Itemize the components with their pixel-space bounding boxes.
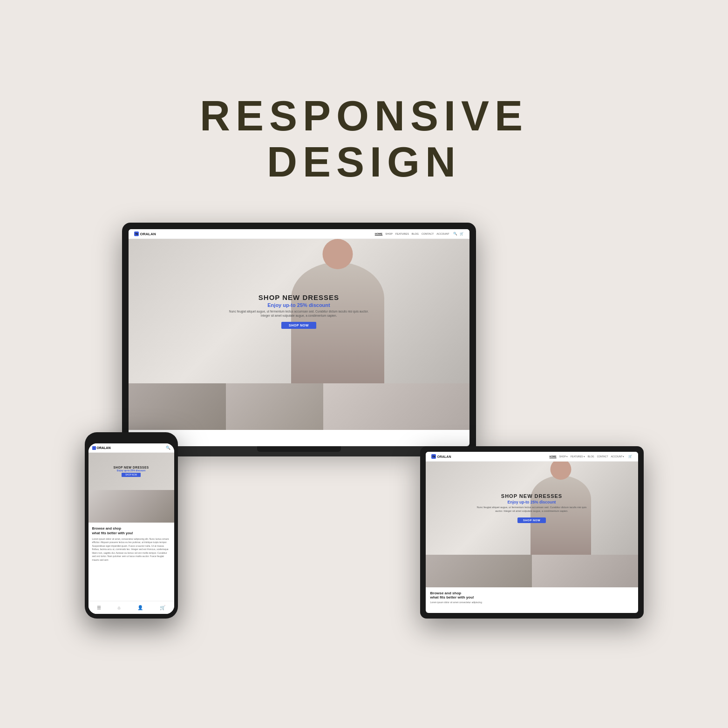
phone-menu-icon[interactable]: ☰	[97, 605, 101, 610]
tablet-text-section: Browse and shop what fits better with yo…	[426, 587, 638, 607]
hero-title: SHOP NEW DRESSES	[225, 293, 374, 301]
phone-home-icon[interactable]: ⌂	[118, 605, 121, 610]
hero-subtitle: Enjoy up-to 25% discount	[225, 302, 374, 308]
tablet-image-2	[532, 555, 638, 587]
search-icon[interactable]: 🔍	[453, 232, 457, 236]
tablet-nav-account[interactable]: ACCOUNT ▾	[611, 455, 624, 458]
nav-shop[interactable]: SHOP	[385, 232, 393, 235]
phone-cart-icon[interactable]: 🛒	[160, 605, 165, 610]
laptop-image-3	[323, 383, 469, 430]
phone-bottom-nav: ☰ ⌂ 👤 🛒	[88, 601, 174, 614]
tablet-device: ORALAN HOME SHOP ▾ FEATURES ▾ BLOG CONTA…	[420, 446, 644, 619]
devices-container: ORALAN HOME SHOP FEATURES BLOG CONTACT A…	[85, 223, 644, 619]
laptop-hero: SHOP NEW DRESSES Enjoy up-to 25% discoun…	[129, 239, 469, 383]
tablet-nav-features[interactable]: FEATURES ▾	[571, 455, 585, 458]
tablet-nav: ORALAN HOME SHOP ▾ FEATURES ▾ BLOG CONTA…	[426, 452, 638, 462]
tablet-nav-home[interactable]: HOME	[550, 455, 557, 458]
phone-image	[88, 490, 174, 523]
phone-section-title: Browse and shop what fits better with yo…	[92, 526, 170, 536]
tablet-section-title: Browse and shop what fits better with yo…	[430, 591, 633, 599]
shop-now-button[interactable]: SHOP NOW	[281, 322, 316, 329]
tablet-image-1	[426, 555, 532, 587]
laptop-image-2	[226, 383, 323, 430]
phone-content: Browse and shop what fits better with yo…	[88, 523, 174, 565]
nav-account[interactable]: ACCOUNT	[436, 232, 449, 235]
phone-profile-icon[interactable]: 👤	[137, 605, 143, 610]
nav-features[interactable]: FEATURES	[395, 232, 409, 235]
laptop-image-1	[129, 383, 226, 430]
tablet-logo: ORALAN	[431, 454, 451, 459]
tablet-section-text: Lorem ipsum dolor sit amet consectetur a…	[430, 601, 633, 604]
hero-description: Nunc feugiat aliquet augue, ut fermentum…	[225, 309, 374, 318]
tablet-shop-now-button[interactable]: SHOP NOW	[517, 517, 546, 523]
phone-search-icon[interactable]: 🔍	[166, 446, 170, 450]
phone-hero-subtitle: Enjoy up-to 25% discount	[113, 469, 149, 472]
phone-hero: SHOP NEW DRESSES Enjoy up-to 25% discoun…	[88, 453, 174, 490]
tablet-cart-icon[interactable]: 🛒	[628, 455, 633, 458]
nav-blog[interactable]: BLOG	[412, 232, 419, 235]
tablet-hero-title: SHOP NEW DRESSES	[474, 493, 590, 499]
nav-contact[interactable]: CONTACT	[422, 232, 434, 235]
cart-icon[interactable]: 🛒	[460, 232, 464, 236]
phone-nav: ORALAN 🔍	[88, 443, 174, 453]
tablet-nav-contact[interactable]: CONTACT	[597, 455, 608, 458]
laptop-nav: ORALAN HOME SHOP FEATURES BLOG CONTACT A…	[129, 229, 469, 239]
tablet-nav-shop[interactable]: SHOP ▾	[559, 455, 568, 458]
tablet-nav-blog[interactable]: BLOG	[588, 455, 594, 458]
tablet-hero-subtitle: Enjoy up-to 25% discount	[474, 500, 590, 504]
phone-hero-title: SHOP NEW DRESSES	[113, 466, 149, 469]
laptop-logo: ORALAN	[134, 231, 156, 236]
page-title: RESPONSIVE DESIGN	[200, 93, 528, 185]
nav-home[interactable]: HOME	[375, 232, 383, 235]
phone-shop-now-button[interactable]: SHOP NOW	[122, 473, 141, 477]
phone-section-text: Lorem ipsum dolor sit amet, consectetur …	[92, 537, 170, 562]
tablet-hero: SHOP NEW DRESSES Enjoy up-to 25% discoun…	[426, 462, 638, 555]
phone-device: ORALAN 🔍 SHOP NEW DRESSES Enjoy up-to 25…	[85, 432, 178, 619]
phone-logo: ORALAN	[92, 446, 111, 450]
tablet-hero-desc: Nunc feugiat aliquet augue, ut fermentum…	[474, 506, 590, 513]
laptop-device: ORALAN HOME SHOP FEATURES BLOG CONTACT A…	[122, 223, 476, 465]
